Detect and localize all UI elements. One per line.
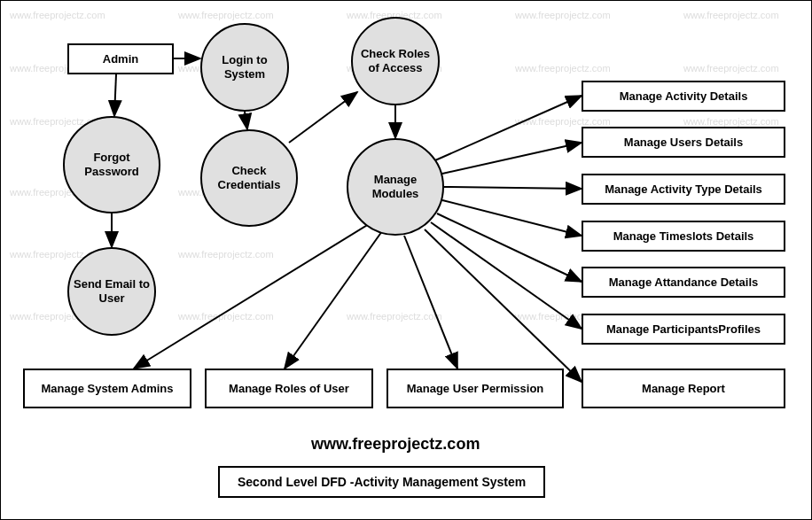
entity-admin-label: Admin	[103, 52, 138, 66]
output-activity-details-label: Manage Activity Details	[620, 89, 748, 103]
process-manage-modules-label: Manage Modules	[352, 173, 439, 200]
svg-line-11	[437, 213, 582, 282]
output-roles-user-label: Manage Roles of User	[229, 382, 349, 395]
process-check-credentials: Check Credentials	[200, 129, 298, 227]
watermark: www.freeprojectz.com	[178, 311, 274, 322]
svg-line-5	[289, 92, 357, 143]
process-check-roles-label: Check Roles of Access	[356, 47, 434, 74]
process-login-label: Login to System	[206, 53, 284, 81]
watermark: www.freeprojectz.com	[178, 249, 274, 260]
watermark: www.freeprojectz.com	[347, 311, 442, 322]
output-system-admins: Manage System Admins	[23, 369, 191, 408]
svg-line-9	[444, 187, 582, 189]
output-attendance: Manage Attandance Details	[582, 267, 785, 298]
output-system-admins-label: Manage System Admins	[41, 382, 173, 395]
svg-line-15	[285, 231, 382, 369]
svg-line-2	[114, 74, 116, 116]
svg-line-12	[431, 222, 582, 329]
svg-line-13	[425, 229, 582, 382]
svg-line-3	[245, 112, 247, 129]
watermark: www.freeprojectz.com	[515, 116, 611, 127]
svg-line-8	[442, 143, 582, 174]
process-forgot-password: Forgot Password	[63, 116, 160, 213]
svg-line-14	[134, 224, 369, 369]
output-timeslots-label: Manage Timeslots Details	[613, 229, 754, 243]
process-forgot-password-label: Forgot Password	[68, 151, 155, 178]
output-user-permission: Manage User Permission	[386, 369, 564, 408]
watermark: www.freeprojectz.com	[515, 63, 611, 74]
process-manage-modules: Manage Modules	[347, 138, 444, 236]
process-check-roles: Check Roles of Access	[351, 17, 440, 105]
output-participants-label: Manage ParticipantsProfiles	[606, 322, 761, 336]
process-check-credentials-label: Check Credentials	[206, 164, 293, 191]
output-user-permission-label: Manage User Permission	[407, 382, 544, 395]
output-roles-user: Manage Roles of User	[205, 369, 373, 408]
output-activity-type: Manage Activity Type Details	[582, 174, 785, 205]
svg-line-16	[404, 236, 457, 369]
output-participants: Manage ParticipantsProfiles	[582, 314, 785, 345]
process-send-email: Send Email to User	[67, 247, 156, 336]
output-users-details: Manage Users Details	[582, 127, 785, 158]
watermark: www.freeprojectz.com	[683, 116, 779, 127]
watermark: www.freeprojectz.com	[515, 10, 611, 20]
process-send-email-label: Send Email to User	[73, 277, 151, 305]
output-activity-type-label: Manage Activity Type Details	[605, 182, 762, 196]
entity-admin: Admin	[67, 43, 174, 74]
watermark: www.freeprojectz.com	[178, 10, 274, 20]
output-timeslots: Manage Timeslots Details	[582, 221, 785, 252]
svg-line-7	[435, 96, 582, 160]
diagram-title: Second Level DFD -Activity Management Sy…	[218, 466, 545, 498]
watermark: www.freeprojectz.com	[683, 63, 779, 74]
output-report-label: Manage Report	[642, 382, 725, 395]
watermark: www.freeprojectz.com	[683, 10, 779, 20]
output-report: Manage Report	[582, 369, 785, 408]
process-login: Login to System	[200, 23, 289, 112]
watermark: www.freeprojectz.com	[10, 10, 105, 20]
output-users-details-label: Manage Users Details	[624, 136, 743, 149]
footer-url: www.freeprojectz.com	[311, 435, 480, 454]
output-attendance-label: Manage Attandance Details	[609, 276, 759, 289]
svg-line-10	[442, 200, 582, 236]
output-activity-details: Manage Activity Details	[582, 81, 785, 112]
